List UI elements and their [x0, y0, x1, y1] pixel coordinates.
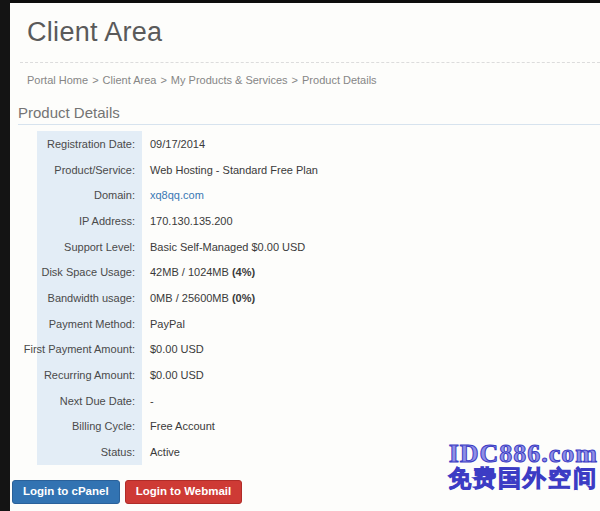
header-divider — [20, 62, 600, 63]
row-value: PayPal — [142, 311, 185, 337]
table-row: Registration Date: 09/17/2014 — [37, 131, 600, 157]
row-value: xq8qq.com — [142, 182, 204, 208]
row-value-text: Basic Self-Managed $0.00 USD — [150, 241, 305, 253]
row-value-text: Free Account — [150, 420, 215, 432]
table-row: Recurring Amount: $0.00 USD — [37, 362, 600, 388]
row-value: Active — [142, 439, 180, 465]
row-label: IP Address: — [37, 208, 142, 234]
row-value-text: 42MB / 1024MB — [150, 266, 229, 278]
row-value-text: - — [150, 395, 154, 407]
table-row: Next Due Date: - — [37, 388, 600, 414]
breadcrumb-item[interactable]: Product Details — [302, 74, 377, 86]
row-label: Payment Method: — [37, 311, 142, 337]
row-value-text: $0.00 USD — [150, 343, 204, 355]
breadcrumb: Portal Home>Client Area>My Products & Se… — [27, 74, 377, 86]
watermark-tagline: 免费国外空间 — [448, 467, 598, 491]
row-label: Product/Service: — [37, 157, 142, 183]
left-edge-bar — [0, 0, 10, 511]
row-value: $0.00 USD — [142, 362, 204, 388]
row-value: 42MB / 1024MB (4%) — [142, 259, 255, 285]
row-label: Next Due Date: — [37, 388, 142, 414]
row-label: First Payment Amount: — [37, 337, 142, 363]
row-value: 09/17/2014 — [142, 131, 205, 157]
row-value: 170.130.135.200 — [142, 208, 233, 234]
table-row: First Payment Amount: $0.00 USD — [37, 337, 600, 363]
table-row: Support Level: Basic Self-Managed $0.00 … — [37, 234, 600, 260]
breadcrumb-separator: > — [292, 74, 298, 86]
login-to-cpanel-button[interactable]: Login to cPanel — [12, 480, 120, 504]
row-value: Basic Self-Managed $0.00 USD — [142, 234, 305, 260]
breadcrumb-item[interactable]: Client Area — [103, 74, 157, 86]
breadcrumb-separator: > — [92, 74, 98, 86]
row-label: Bandwidth usage: — [37, 285, 142, 311]
row-value: $0.00 USD — [142, 337, 204, 363]
row-value-text: $0.00 USD — [150, 369, 204, 381]
table-row: Domain: xq8qq.com — [37, 182, 600, 208]
row-value-percentage: (4%) — [232, 266, 255, 278]
row-value: - — [142, 388, 154, 414]
row-value: 0MB / 25600MB (0%) — [142, 285, 255, 311]
product-details-table: Registration Date: 09/17/2014 Product/Se… — [37, 131, 600, 465]
login-to-webmail-button[interactable]: Login to Webmail — [125, 480, 243, 504]
table-row: Product/Service: Web Hosting - Standard … — [37, 157, 600, 183]
row-value-text: 0MB / 25600MB — [150, 292, 229, 304]
row-value-percentage: (0%) — [232, 292, 255, 304]
table-row: Disk Space Usage: 42MB / 1024MB (4%) — [37, 259, 600, 285]
breadcrumb-item[interactable]: My Products & Services — [171, 74, 288, 86]
row-value-text: 09/17/2014 — [150, 138, 205, 150]
section-divider — [18, 124, 600, 125]
breadcrumb-item[interactable]: Portal Home — [27, 74, 88, 86]
table-row: Bandwidth usage: 0MB / 25600MB (0%) — [37, 285, 600, 311]
row-label: Status: — [37, 439, 142, 465]
row-label: Support Level: — [37, 234, 142, 260]
table-row: IP Address: 170.130.135.200 — [37, 208, 600, 234]
section-title: Product Details — [18, 104, 120, 121]
row-value-text: PayPal — [150, 318, 185, 330]
table-row: Payment Method: PayPal — [37, 311, 600, 337]
row-label: Disk Space Usage: — [37, 259, 142, 285]
top-edge-bar — [0, 0, 600, 3]
breadcrumb-separator: > — [160, 74, 166, 86]
row-label: Domain: — [37, 182, 142, 208]
row-value-text: 170.130.135.200 — [150, 215, 233, 227]
table-row: Billing Cycle: Free Account — [37, 414, 600, 440]
row-label: Registration Date: — [37, 131, 142, 157]
page-title: Client Area — [27, 17, 162, 48]
action-buttons: Login to cPanel Login to Webmail — [12, 480, 242, 504]
row-value-text: Active — [150, 446, 180, 458]
row-label: Billing Cycle: — [37, 414, 142, 440]
row-value: Web Hosting - Standard Free Plan — [142, 157, 318, 183]
row-value: Free Account — [142, 414, 215, 440]
row-value-text: Web Hosting - Standard Free Plan — [150, 164, 318, 176]
table-row: Status: Active — [37, 439, 600, 465]
domain-link[interactable]: xq8qq.com — [150, 189, 204, 201]
row-label: Recurring Amount: — [37, 362, 142, 388]
